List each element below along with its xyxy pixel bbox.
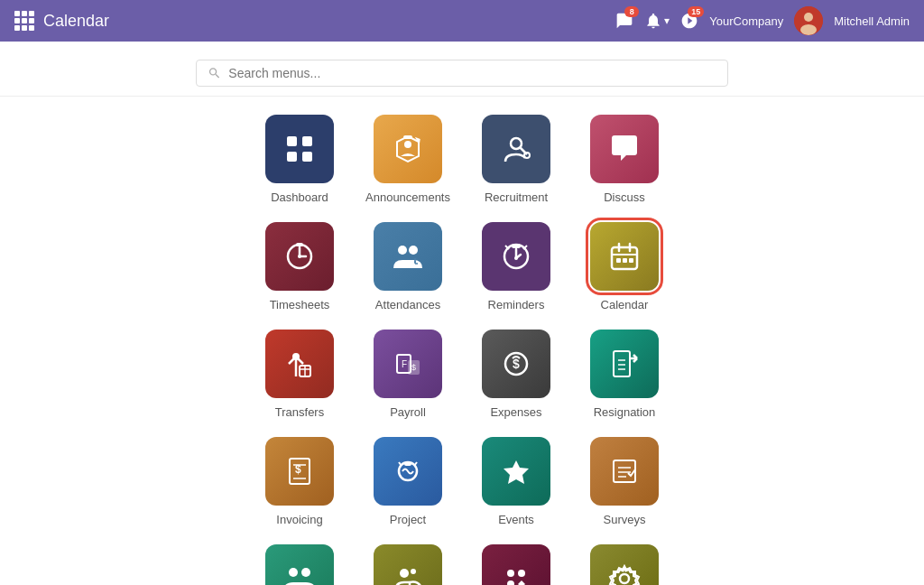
- apps-menu-icon[interactable]: [14, 11, 34, 31]
- search-icon: [208, 66, 221, 80]
- messages-button[interactable]: 8: [615, 12, 633, 30]
- svg-rect-5: [287, 152, 297, 162]
- svg-rect-4: [302, 136, 312, 146]
- app-row-2: Timesheets Attendances: [259, 222, 665, 311]
- project-label: Project: [390, 513, 426, 526]
- svg-rect-36: [629, 258, 633, 263]
- payroll-icon: F $: [374, 330, 442, 398]
- app-project[interactable]: Project: [367, 437, 448, 526]
- app-discuss[interactable]: Discuss: [584, 115, 665, 204]
- svg-point-71: [507, 570, 514, 577]
- svg-point-18: [398, 246, 407, 255]
- employees-icon: [265, 544, 334, 585]
- svg-point-69: [411, 569, 416, 574]
- svg-rect-8: [403, 135, 412, 139]
- resignation-icon: [590, 330, 659, 398]
- invoicing-icon: $: [265, 437, 334, 506]
- app-dashboard[interactable]: Dashboard: [259, 115, 340, 204]
- svg-point-16: [298, 255, 301, 258]
- app-recruitment[interactable]: Recruitment: [476, 115, 557, 204]
- svg-point-19: [409, 246, 418, 255]
- svg-point-67: [301, 568, 310, 577]
- activity-badge: 15: [688, 6, 704, 17]
- payroll-label: Payroll: [390, 405, 426, 419]
- calendar-icon: [590, 222, 659, 291]
- app-settings[interactable]: Settings: [584, 544, 665, 585]
- svg-rect-60: [404, 462, 411, 466]
- transfers-label: Transfers: [275, 405, 324, 419]
- search-input[interactable]: [228, 66, 716, 80]
- app-row-5: Employees Leaves: [259, 544, 665, 585]
- app-row-1: Dashboard Announcements: [259, 115, 665, 204]
- svg-marker-61: [504, 460, 529, 484]
- svg-point-66: [289, 568, 298, 577]
- svg-text:$: $: [513, 357, 520, 371]
- expenses-label: Expenses: [490, 405, 541, 419]
- svg-point-74: [620, 574, 629, 583]
- avatar[interactable]: [794, 6, 823, 35]
- search-box: [196, 60, 728, 87]
- resignation-label: Resignation: [594, 405, 656, 419]
- app-expenses[interactable]: $ Expenses: [476, 330, 557, 419]
- svg-rect-34: [616, 258, 621, 263]
- attendances-icon: [374, 222, 442, 291]
- company-name[interactable]: YourCompany: [709, 14, 783, 28]
- invoicing-label: Invoicing: [276, 513, 322, 526]
- svg-rect-35: [623, 258, 627, 263]
- app-grid: Dashboard Announcements: [0, 115, 924, 585]
- header-right: 8 ▾ 15 YourCompany Mitchell Admin: [615, 6, 910, 35]
- settings-icon: [590, 544, 659, 585]
- apps-icon: [482, 544, 550, 585]
- app-payroll[interactable]: F $ Payroll: [367, 330, 448, 419]
- app-timesheets[interactable]: Timesheets: [259, 222, 340, 311]
- reminders-icon: [482, 222, 550, 291]
- reminders-label: Reminders: [488, 298, 545, 311]
- app-transfers[interactable]: Transfers: [259, 330, 340, 419]
- app-invoicing[interactable]: $ Invoicing: [259, 437, 340, 526]
- events-icon: [482, 437, 550, 506]
- svg-rect-62: [614, 460, 635, 482]
- svg-text:F: F: [402, 359, 407, 369]
- svg-rect-24: [512, 244, 521, 248]
- app-apps[interactable]: Apps: [476, 544, 557, 585]
- expenses-icon: $: [482, 330, 550, 398]
- recruitment-icon: [482, 115, 550, 183]
- dashboard-label: Dashboard: [271, 190, 328, 204]
- svg-line-29: [523, 246, 527, 249]
- header-left: Calendar: [14, 11, 615, 31]
- messages-badge: 8: [624, 6, 639, 17]
- svg-rect-17: [296, 243, 303, 246]
- app-announcements[interactable]: Announcements: [367, 115, 448, 204]
- app-leaves[interactable]: Leaves: [367, 544, 448, 585]
- notifications-button[interactable]: ▾: [644, 12, 670, 30]
- app-calendar[interactable]: Calendar: [584, 222, 665, 311]
- svg-point-73: [507, 580, 514, 585]
- svg-rect-3: [287, 136, 297, 146]
- app-attendances[interactable]: Attendances: [367, 222, 448, 311]
- svg-rect-48: [614, 351, 630, 376]
- app-resignation[interactable]: Resignation: [584, 330, 665, 419]
- timesheets-icon: [265, 222, 334, 291]
- app-employees[interactable]: Employees: [259, 544, 340, 585]
- notifications-dropdown-arrow[interactable]: ▾: [664, 14, 670, 27]
- discuss-icon: [590, 115, 659, 183]
- timesheets-label: Timesheets: [270, 298, 330, 311]
- recruitment-label: Recruitment: [485, 190, 548, 204]
- svg-point-1: [804, 13, 813, 22]
- app-events[interactable]: Events: [476, 437, 557, 526]
- header: Calendar 8 ▾ 15 YourCompany Mitchell Adm…: [0, 0, 924, 42]
- main-content: Dashboard Announcements: [0, 97, 924, 585]
- app-surveys[interactable]: Surveys: [584, 437, 665, 526]
- discuss-label: Discuss: [604, 190, 645, 204]
- svg-rect-6: [302, 152, 312, 162]
- calendar-label: Calendar: [601, 298, 649, 311]
- search-container: [0, 42, 924, 97]
- svg-point-68: [400, 569, 409, 578]
- events-label: Events: [498, 513, 534, 526]
- svg-text:$: $: [411, 363, 416, 372]
- app-reminders[interactable]: Reminders: [476, 222, 557, 311]
- user-name[interactable]: Mitchell Admin: [834, 14, 910, 28]
- svg-point-72: [518, 570, 525, 577]
- announcements-label: Announcements: [365, 190, 450, 204]
- activity-button[interactable]: 15: [680, 12, 698, 30]
